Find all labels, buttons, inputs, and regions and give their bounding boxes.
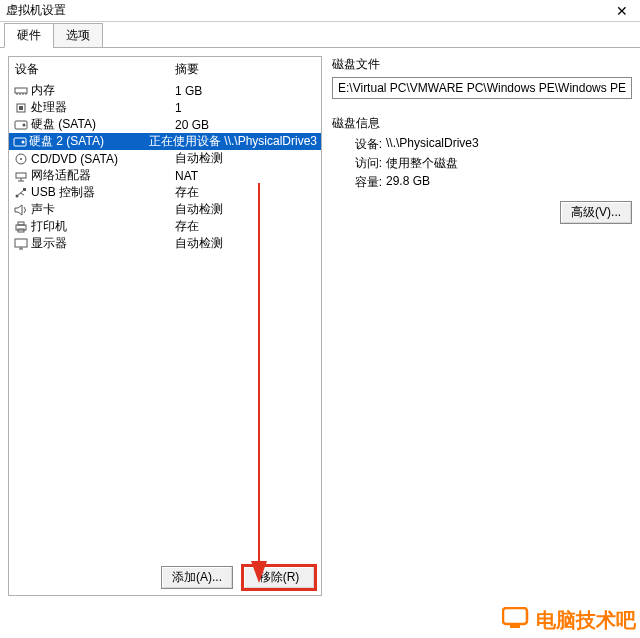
tab-hardware[interactable]: 硬件 <box>4 23 54 48</box>
device-summary: 1 <box>175 101 317 115</box>
device-name: 声卡 <box>31 201 175 218</box>
device-name: 打印机 <box>31 218 175 235</box>
device-row[interactable]: 网络适配器NAT <box>9 167 321 184</box>
device-row[interactable]: 硬盘 (SATA)20 GB <box>9 116 321 133</box>
device-summary: 自动检测 <box>175 150 317 167</box>
device-row[interactable]: 内存1 GB <box>9 82 321 99</box>
svg-rect-6 <box>19 106 23 110</box>
disk-file-label: 磁盘文件 <box>332 56 632 73</box>
device-row[interactable]: 打印机存在 <box>9 218 321 235</box>
tab-strip: 硬件 选项 <box>0 22 640 48</box>
info-access-label: 访问: <box>342 155 382 172</box>
cpu-icon <box>13 101 29 115</box>
watermark: 电脑技术吧 <box>502 607 636 634</box>
device-name: 硬盘 2 (SATA) <box>29 133 149 150</box>
device-list-panel: 设备 摘要 内存1 GB处理器1硬盘 (SATA)20 GB硬盘 2 (SATA… <box>8 56 322 596</box>
device-name: 硬盘 (SATA) <box>31 116 175 133</box>
sound-icon <box>13 203 29 217</box>
watermark-logo-icon <box>502 607 536 634</box>
svg-marker-20 <box>15 205 22 215</box>
device-name: CD/DVD (SATA) <box>31 152 175 166</box>
device-name: USB 控制器 <box>31 184 175 201</box>
device-name: 处理器 <box>31 99 175 116</box>
device-summary: NAT <box>175 169 317 183</box>
svg-rect-0 <box>15 88 27 93</box>
info-capacity-value: 29.8 GB <box>386 174 430 191</box>
svg-rect-22 <box>18 222 24 225</box>
device-name: 显示器 <box>31 235 175 252</box>
svg-point-12 <box>20 158 22 160</box>
device-summary: 20 GB <box>175 118 317 132</box>
disk-icon <box>13 118 29 132</box>
column-header-device: 设备 <box>15 61 175 78</box>
svg-rect-30 <box>510 625 520 628</box>
device-row[interactable]: 硬盘 2 (SATA)正在使用设备 \\.\PhysicalDrive3 <box>9 133 321 150</box>
remove-button[interactable]: 移除(R) <box>243 566 315 589</box>
window-title: 虚拟机设置 <box>6 2 610 19</box>
add-button[interactable]: 添加(A)... <box>161 566 233 589</box>
display-icon <box>13 237 29 251</box>
device-row[interactable]: 处理器1 <box>9 99 321 116</box>
close-icon[interactable]: ✕ <box>610 3 634 19</box>
svg-rect-24 <box>15 239 27 247</box>
cd-icon <box>13 152 29 166</box>
title-bar: 虚拟机设置 ✕ <box>0 0 640 22</box>
device-row[interactable]: 显示器自动检测 <box>9 235 321 252</box>
device-summary: 1 GB <box>175 84 317 98</box>
svg-rect-19 <box>23 188 26 191</box>
device-row[interactable]: 声卡自动检测 <box>9 201 321 218</box>
printer-icon <box>13 220 29 234</box>
disk-info-label: 磁盘信息 <box>332 115 632 132</box>
network-icon <box>13 169 29 183</box>
info-device-value: \\.\PhysicalDrive3 <box>386 136 479 153</box>
device-summary: 自动检测 <box>175 201 317 218</box>
device-row[interactable]: USB 控制器存在 <box>9 184 321 201</box>
disk-icon <box>13 135 27 149</box>
column-header-summary: 摘要 <box>175 61 315 78</box>
device-summary: 正在使用设备 \\.\PhysicalDrive3 <box>149 133 317 150</box>
device-summary: 自动检测 <box>175 235 317 252</box>
device-name: 内存 <box>31 82 175 99</box>
usb-icon <box>13 186 29 200</box>
device-row[interactable]: CD/DVD (SATA)自动检测 <box>9 150 321 167</box>
disk-file-input[interactable]: E:\Virtual PC\VMWARE PC\Windows PE\Windo… <box>332 77 632 99</box>
advanced-button[interactable]: 高级(V)... <box>560 201 632 224</box>
svg-rect-13 <box>16 173 26 178</box>
tab-options[interactable]: 选项 <box>53 23 103 48</box>
device-name: 网络适配器 <box>31 167 175 184</box>
info-capacity-label: 容量: <box>342 174 382 191</box>
svg-line-18 <box>20 193 24 195</box>
device-summary: 存在 <box>175 218 317 235</box>
svg-point-10 <box>22 140 25 143</box>
info-access-value: 使用整个磁盘 <box>386 155 458 172</box>
svg-rect-29 <box>503 608 527 624</box>
info-device-label: 设备: <box>342 136 382 153</box>
memory-icon <box>13 84 29 98</box>
device-summary: 存在 <box>175 184 317 201</box>
svg-point-8 <box>23 123 26 126</box>
